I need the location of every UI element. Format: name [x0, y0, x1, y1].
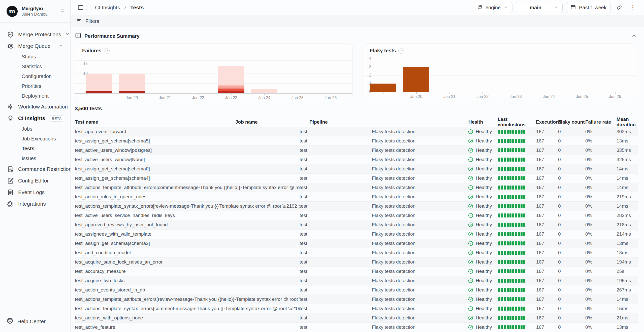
- divider: [90, 4, 90, 11]
- healthy-check-icon: [468, 241, 473, 246]
- cell-health: Healthy: [468, 306, 498, 311]
- sidebar-item-config-editor[interactable]: Config Editor: [3, 175, 67, 187]
- table-row[interactable]: test_assign_get_schema[schema3] test Fla…: [75, 239, 638, 248]
- sidebar-item-status[interactable]: Status: [18, 52, 67, 62]
- table-row[interactable]: test_active_feature test Flaky tests det…: [75, 323, 638, 332]
- cell-test-name: test_actions_template_attribute_errors[r…: [75, 297, 300, 302]
- col-failure-rate[interactable]: Failure rate: [585, 119, 617, 125]
- table-row[interactable]: test_action_events_stored_in_db test Fla…: [75, 285, 638, 295]
- col-flaky-count[interactable]: Flaky count: [558, 119, 585, 125]
- cell-test-name: test_actions_template_attribute_errors[c…: [75, 185, 300, 190]
- last-conclusions-bar[interactable]: [498, 213, 536, 217]
- sidebar-toggle-button[interactable]: [76, 3, 86, 13]
- last-conclusions-bar[interactable]: [498, 130, 536, 134]
- last-conclusions-bar[interactable]: [498, 251, 536, 255]
- table-row[interactable]: test_active_users_service_handles_redis_…: [75, 211, 638, 220]
- last-conclusions-bar[interactable]: [498, 260, 536, 264]
- last-conclusions-bar[interactable]: [498, 158, 536, 162]
- col-mean-duration[interactable]: Mean duration: [617, 117, 638, 128]
- last-conclusions-bar[interactable]: [498, 307, 536, 311]
- sidebar-item-jobs[interactable]: Jobs: [18, 124, 67, 134]
- table-row[interactable]: test_actions_template_syntax_errors[revi…: [75, 202, 638, 211]
- table-row[interactable]: test_and_condition_model test Flaky test…: [75, 248, 638, 257]
- date-range-button[interactable]: Past 1 week: [566, 2, 611, 13]
- last-conclusions-bar[interactable]: [498, 186, 536, 190]
- table-row[interactable]: test_assignees_with_valid_template test …: [75, 230, 638, 239]
- sidebar-item-event-logs[interactable]: Event Logs: [3, 187, 67, 198]
- table-row[interactable]: test_actions_template_attribute_errors[c…: [75, 183, 638, 192]
- sidebar-item-deployment[interactable]: Deployment: [18, 91, 67, 101]
- org-switcher[interactable]: m Mergifyio Julien Danjou: [0, 0, 70, 23]
- col-job-name[interactable]: Job name: [235, 119, 309, 125]
- more-options-icon[interactable]: ⋮: [628, 3, 638, 13]
- sidebar-item-issues[interactable]: Issues: [18, 154, 67, 163]
- last-conclusions-bar[interactable]: [498, 269, 536, 273]
- help-icon[interactable]: ?: [104, 48, 110, 54]
- last-conclusions-bar[interactable]: [498, 139, 536, 143]
- last-conclusions-bar[interactable]: [498, 176, 536, 180]
- col-test-name[interactable]: Test name: [75, 119, 235, 125]
- cell-job-name: test: [300, 241, 372, 246]
- healthy-check-icon: [468, 259, 473, 265]
- sidebar-item-statistics[interactable]: Statistics: [18, 62, 67, 71]
- help-icon[interactable]: ?: [398, 48, 404, 54]
- last-conclusions-bar[interactable]: [498, 148, 536, 152]
- last-conclusions-bar[interactable]: [498, 325, 536, 329]
- cell-mean-duration: 25s: [617, 269, 638, 274]
- col-last-conclusions[interactable]: Last conclusions: [498, 117, 536, 128]
- last-conclusions-bar[interactable]: [498, 241, 536, 245]
- col-pipeline[interactable]: Pipeline: [309, 119, 468, 125]
- last-conclusions-bar[interactable]: [498, 316, 536, 320]
- table-row[interactable]: test_active_users_window[None] test Flak…: [75, 155, 638, 164]
- cell-pipeline: Flaky tests detection: [372, 231, 468, 237]
- table-row[interactable]: test_acquire_two_locks test Flaky tests …: [75, 276, 638, 285]
- sidebar-item-job-executions[interactable]: Job Executions: [18, 134, 67, 144]
- filters-bar[interactable]: Filters: [71, 15, 644, 27]
- collapse-section-icon[interactable]: [631, 32, 637, 40]
- table-row[interactable]: test_action_rules_in_queue_rules test Fl…: [75, 192, 638, 202]
- table-row[interactable]: test_active_users_window[postgres] test …: [75, 146, 638, 155]
- copy-link-icon[interactable]: [614, 3, 624, 13]
- sidebar-item-merge-protections[interactable]: Merge Protections: [3, 29, 67, 40]
- table-row[interactable]: test_assign_get_schema[schema4] test Fla…: [75, 174, 638, 183]
- branch-select[interactable]: main: [516, 2, 563, 13]
- last-conclusions-bar[interactable]: [498, 297, 536, 301]
- last-conclusions-bar[interactable]: [498, 167, 536, 171]
- table-row[interactable]: test_assign_get_schema[schema0] test Fla…: [75, 164, 638, 174]
- col-health[interactable]: Health: [468, 119, 498, 125]
- cell-flaky-count: 0: [558, 297, 585, 302]
- last-conclusions-bar[interactable]: [498, 232, 536, 236]
- sidebar-item-tests[interactable]: Tests: [18, 144, 67, 154]
- sidebar-item-commands-restrictions[interactable]: Commands Restrictions: [3, 163, 67, 175]
- help-center-link[interactable]: Help Center: [7, 317, 64, 325]
- cell-test-name: test_active_users_window[None]: [75, 157, 300, 162]
- last-conclusions-bar[interactable]: [498, 204, 536, 208]
- sidebar-item-merge-queue[interactable]: Merge Queue: [3, 40, 67, 52]
- cell-mean-duration: 194ms: [617, 259, 638, 265]
- cell-job-name: test: [300, 231, 372, 237]
- last-conclusions-bar[interactable]: [498, 223, 536, 227]
- last-conclusions-bar[interactable]: [498, 195, 536, 199]
- sidebar-item-integrations[interactable]: Integrations: [3, 198, 67, 210]
- sidebar-item-workflow-automation[interactable]: Workflow Automation: [3, 101, 67, 113]
- cell-flaky-count: 0: [558, 250, 585, 255]
- sidebar-item-configuration[interactable]: Configuration: [18, 71, 67, 81]
- breadcrumb-ci-insights[interactable]: CI Insights: [95, 5, 120, 11]
- cell-test-name: test_active_feature: [75, 324, 300, 330]
- cell-executions: 167: [536, 306, 558, 311]
- table-row[interactable]: test_accuracy_measure test Flaky tests d…: [75, 267, 638, 276]
- last-conclusions-bar[interactable]: [498, 279, 536, 283]
- table-row[interactable]: test_actions_template_attribute_errors[r…: [75, 295, 638, 304]
- table-row[interactable]: test_approved_reviews_by_user_not_found …: [75, 220, 638, 230]
- table-row[interactable]: test_actions_with_options_none test Flak…: [75, 313, 638, 323]
- table-row[interactable]: test_actions_template_syntax_errors[comm…: [75, 304, 638, 313]
- repository-select[interactable]: engine: [473, 2, 512, 13]
- sidebar-item-ci-insights[interactable]: CI Insights BETA: [3, 113, 67, 124]
- last-conclusions-bar[interactable]: [498, 288, 536, 292]
- sidebar-item-priorities[interactable]: Priorities: [18, 81, 67, 91]
- performance-summary-title: Performance Summary: [84, 33, 140, 39]
- col-executions[interactable]: Executions: [536, 119, 558, 125]
- table-row[interactable]: test_assign_get_schema[schema5] test Fla…: [75, 136, 638, 146]
- table-row[interactable]: test_app_event_forward test Flaky tests …: [75, 127, 638, 136]
- table-row[interactable]: test_acquire_same_lock_raises_an_error t…: [75, 257, 638, 267]
